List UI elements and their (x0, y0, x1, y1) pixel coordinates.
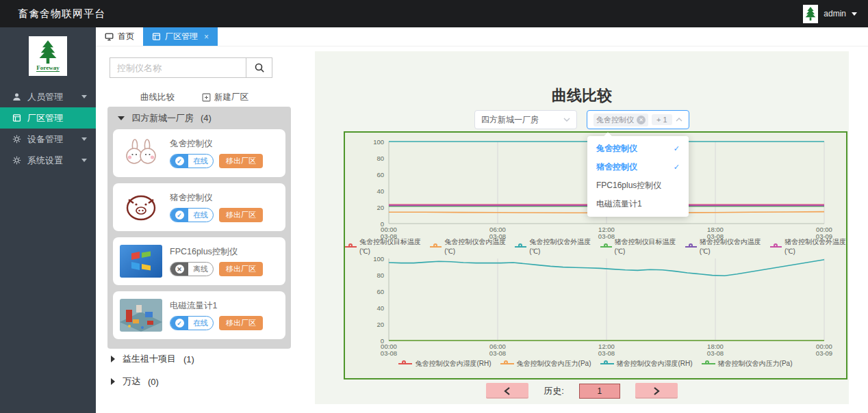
plus-square-icon (202, 93, 211, 102)
device-select[interactable]: 兔舍控制仪 ✕ + 1 (587, 110, 689, 129)
device-actions: ✓在线移出厂区 (170, 208, 263, 222)
svg-text:03-09: 03-09 (816, 349, 832, 357)
svg-text:0: 0 (381, 337, 384, 345)
remove-from-factory-button[interactable]: 移出厂区 (219, 154, 263, 168)
app-title: 畜禽舍物联网平台 (18, 8, 105, 21)
chevron-down-icon (81, 95, 87, 98)
group-name: 四方新城一厂房 (131, 112, 194, 124)
legend-item[interactable]: 兔舍控制仪舍内湿度(RH) (398, 359, 491, 369)
device-group-collapsed[interactable]: 益生祖十项目(1) (111, 353, 194, 365)
tab-bar: 首页厂区管理× (96, 27, 868, 46)
curve-compare-link[interactable]: 曲线比较 (140, 92, 175, 103)
status-label: 在线 (188, 209, 213, 222)
legend-marker-icon (398, 360, 412, 367)
svg-text:100: 100 (373, 138, 384, 146)
group-count: (4) (201, 113, 212, 123)
page-number-input[interactable] (579, 384, 620, 399)
status-label: 离线 (188, 263, 213, 276)
sidebar-item-label: 系统设置 (27, 155, 63, 167)
dropdown-option[interactable]: FPC16plus控制仪 (587, 176, 689, 195)
svg-text:40: 40 (376, 187, 384, 195)
device-name: 电磁流量计1 (170, 300, 263, 312)
legend-marker-icon (702, 360, 715, 367)
device-card[interactable]: 电磁流量计1✓在线移出厂区 (113, 291, 285, 339)
user-menu[interactable]: admin (803, 0, 857, 27)
sidebar-item-users[interactable]: 人员管理 (0, 86, 96, 107)
dropdown-option[interactable]: 电磁流量计1 (587, 195, 689, 213)
status-label: 在线 (188, 155, 213, 168)
remove-from-factory-button[interactable]: 移出厂区 (219, 262, 263, 276)
sidebar-item-factory[interactable]: 厂区管理 (0, 107, 96, 129)
device-actions: ✕离线移出厂区 (170, 262, 263, 276)
legend-marker-icon (600, 360, 614, 367)
device-card[interactable]: 兔舍控制仪✓在线移出厂区 (113, 129, 285, 177)
check-icon: ✓ (674, 144, 680, 153)
caret-right-icon (111, 378, 115, 385)
legend-marker-icon (600, 243, 612, 250)
device-name: FPC16plus控制仪 (170, 246, 263, 258)
legend-item[interactable]: 猪舍控制仪舍内压力(Pa) (702, 359, 793, 369)
rabbit-image (120, 137, 162, 170)
prev-page-button[interactable] (486, 383, 528, 399)
sidebar-item-devices[interactable]: 设备管理 (0, 129, 96, 150)
group-count: (0) (148, 377, 159, 387)
curve-compare-label: 曲线比较 (140, 92, 175, 103)
gear-icon (12, 156, 21, 165)
selected-device-tag: 兔舍控制仪 ✕ (593, 114, 648, 126)
remove-tag-icon[interactable]: ✕ (637, 116, 646, 124)
tab-home[interactable]: 首页 (96, 27, 143, 46)
chevron-down-icon (81, 137, 87, 141)
tab-label: 首页 (118, 31, 134, 42)
search-button[interactable] (246, 58, 272, 77)
remove-from-factory-button[interactable]: 移出厂区 (219, 316, 263, 330)
legend-item[interactable]: 猪舍控制仪舍内湿度(RH) (600, 359, 693, 369)
remove-from-factory-button[interactable]: 移出厂区 (219, 208, 263, 222)
search-input[interactable] (110, 58, 246, 77)
brand-logo: Foreway (29, 36, 67, 76)
check-circle-icon: ✓ (170, 209, 188, 222)
legend-item[interactable]: 兔舍控制仪舍内压力(Pa) (500, 359, 591, 369)
windows-image (120, 245, 162, 278)
legend-marker-icon (515, 243, 526, 250)
pig-image (120, 191, 162, 224)
device-info: 电磁流量计1✓在线移出厂区 (170, 300, 263, 330)
page-title: 曲线比较 (315, 85, 849, 106)
legend-marker-icon (430, 243, 442, 250)
svg-text:80: 80 (376, 271, 384, 279)
device-group-collapsed[interactable]: 万达(0) (111, 375, 194, 388)
group-name: 益生祖十项目 (123, 353, 176, 365)
dropdown-option[interactable]: 兔舍控制仪✓ (587, 139, 689, 158)
chevron-down-icon (852, 12, 857, 16)
svg-text:0: 0 (381, 220, 384, 228)
status-badge: ✓在线 (170, 154, 214, 168)
device-dropdown-popup: 兔舍控制仪✓猪舍控制仪✓FPC16plus控制仪电磁流量计1 (587, 136, 689, 217)
device-card[interactable]: FPC16plus控制仪✕离线移出厂区 (113, 237, 285, 285)
foreway-logo-icon (803, 5, 818, 23)
dropdown-option[interactable]: 猪舍控制仪✓ (587, 158, 689, 176)
legend-marker-icon (345, 243, 357, 250)
chevron-down-icon (563, 118, 570, 122)
window-icon (152, 32, 161, 41)
device-card[interactable]: 猪舍控制仪✓在线移出厂区 (113, 183, 285, 231)
device-group-header[interactable]: 四方新城一厂房 (4) (107, 107, 291, 129)
more-tags-badge: + 1 (652, 114, 672, 125)
sidebar-item-label: 人员管理 (27, 91, 63, 103)
device-info: FPC16plus控制仪✕离线移出厂区 (170, 246, 263, 276)
search-box (110, 57, 272, 78)
new-factory-button[interactable]: 新建厂区 (202, 92, 248, 103)
next-page-button[interactable] (635, 383, 678, 399)
legend-label: 兔舍控制仪舍内压力(Pa) (517, 359, 591, 369)
tab-factory[interactable]: 厂区管理× (143, 27, 218, 46)
chevron-left-icon (503, 386, 511, 396)
svg-text:20: 20 (376, 321, 384, 328)
monitor-icon (105, 32, 114, 41)
close-icon[interactable]: × (204, 32, 209, 42)
sidebar-item-settings[interactable]: 系统设置 (0, 150, 96, 171)
option-label: 电磁流量计1 (596, 198, 642, 210)
gear-icon (12, 135, 21, 144)
legend-label: 猪舍控制仪舍内压力(Pa) (718, 359, 793, 369)
svg-text:60: 60 (376, 171, 384, 178)
factory-select[interactable]: 四方新城一厂房 (474, 110, 577, 129)
temperature-legend: 兔舍控制仪目标温度(℃)兔舍控制仪舍内温度(℃)兔舍控制仪舍外温度(℃)猪舍控制… (345, 241, 846, 252)
device-group-expanded: 四方新城一厂房 (4) 兔舍控制仪✓在线移出厂区猪舍控制仪✓在线移出厂区FPC1… (107, 107, 291, 349)
